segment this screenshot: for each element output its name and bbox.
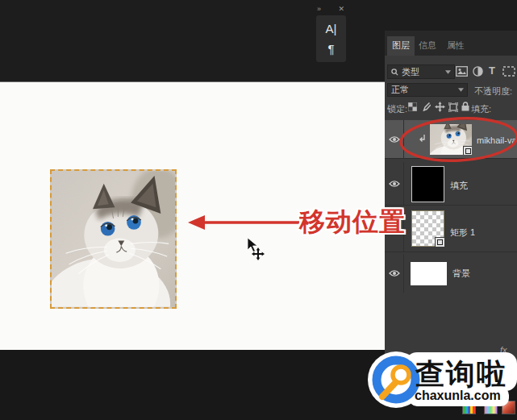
lock-label: 锁定: [387,103,407,115]
search-icon [391,69,398,76]
visibility-cell[interactable] [385,162,404,205]
layer-row-mikhail[interactable]: mikhail-vasi [385,120,517,159]
thumb-corner [430,151,434,155]
opacity-label: 不透明度: [474,85,512,98]
eye-icon[interactable] [389,180,400,188]
lock-all-icon[interactable] [461,102,469,111]
selected-image-cat[interactable] [50,169,177,309]
filter-type-label: 类型 [402,66,419,78]
visibility-cell[interactable] [385,254,404,293]
move-position-label: 移动位置 [299,205,420,237]
smart-object-badge-icon [463,146,472,155]
watermark-url-text: chaxunla.com [415,389,501,403]
layer-name: 矩形 1 [450,227,475,239]
layer-thumbnail-cat[interactable] [430,124,472,155]
filter-shape-layers-icon[interactable] [502,66,516,77]
tab-properties[interactable]: 属性 [442,36,469,56]
lock-artboard-icon[interactable] [448,102,458,112]
character-panel-button[interactable]: A| [326,22,337,36]
thumb-corner [468,124,472,128]
layer-name: 填充 [450,180,468,192]
move-tool-cursor-icon [244,238,265,260]
red-arrow-annotation [188,213,302,232]
collapse-panel-icon[interactable]: » [317,4,321,14]
tab-layers[interactable]: 图层 [387,36,415,56]
filter-pixel-layers-icon[interactable] [456,66,468,77]
thumb-corner [430,124,434,128]
visibility-cell[interactable] [385,120,404,158]
chevron-down-icon [445,70,451,74]
layer-filter-dropdown[interactable]: 类型 [387,64,455,79]
eye-icon[interactable] [389,135,400,143]
layer-thumbnail-white[interactable] [411,262,447,285]
layer-name: 背景 [452,268,470,280]
cat-photo [52,171,175,307]
clipping-mask-icon [419,135,427,143]
filter-adjustment-layers-icon[interactable] [473,66,483,77]
chevron-down-icon [458,88,464,92]
layer-name: mikhail-vasi [477,135,515,145]
paragraph-panel-button[interactable]: ¶ [327,42,334,56]
character-paragraph-panel: A| ¶ [316,15,346,62]
layer-row-background[interactable]: 背景 [385,254,517,293]
character-panel-header: » ✕ [317,4,344,14]
lock-position-icon[interactable] [435,102,445,112]
shape-layer-badge-icon [435,237,445,247]
layer-row-fill[interactable]: 填充 [385,162,517,206]
eye-icon[interactable] [389,269,400,277]
blend-mode-dropdown[interactable]: 正常 [387,83,468,97]
panel-tab-bar: 图层 信息 属性 [385,31,517,56]
blend-mode-value: 正常 [391,84,409,96]
fill-label: 填充: [471,103,491,115]
lock-image-pixels-icon[interactable] [422,102,431,111]
tab-info[interactable]: 信息 [414,36,441,56]
layer-thumbnail-black[interactable] [411,166,444,202]
layers-panel: 图层 信息 属性 类型 T 正常 不透明度: 锁定: [385,31,517,363]
filter-type-layers-icon[interactable]: T [489,64,495,77]
close-panel-icon[interactable]: ✕ [338,4,344,14]
lock-transparent-pixels-icon[interactable] [408,102,417,111]
